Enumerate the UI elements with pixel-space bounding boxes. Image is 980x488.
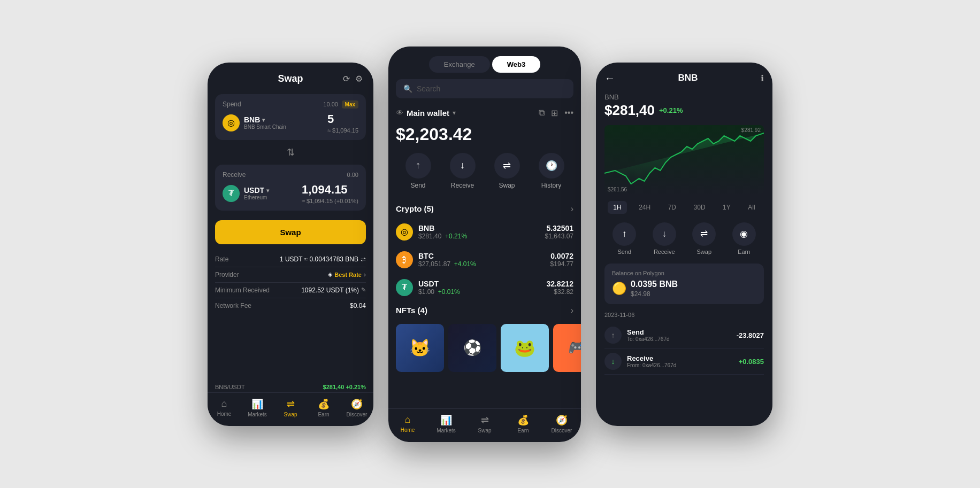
history-item-receive[interactable]: ↓ Receive From: 0xa426...767d +0.0835	[604, 348, 764, 375]
btc-crypto-icon: ₿	[396, 251, 413, 268]
nav-markets[interactable]: 📊 Markets	[241, 398, 274, 417]
spend-amount-hint: 10.00 Max	[323, 100, 358, 108]
detail-earn-label: Earn	[738, 249, 750, 255]
wallet-name-row: 👁 Main wallet ▾	[396, 109, 456, 118]
btc-name: BTC	[418, 252, 545, 260]
detail-action-earn[interactable]: ◉ Earn	[732, 222, 756, 255]
phone-wallet: Exchange Web3 🔍 Search 👁 Main wallet ▾ ⧉…	[388, 47, 581, 442]
balance-details: 0.0395 BNB $24.98	[631, 280, 678, 298]
wallet-actions: ↑ Send ↓ Receive ⇌ Swap 🕐 History	[388, 153, 581, 200]
chart-price-low: $261.56	[608, 187, 627, 192]
detail-action-swap[interactable]: ⇌ Swap	[692, 222, 716, 255]
info-rows: Rate 1 USDT ≈ 0.00434783 BNB ⇌ Provider …	[208, 250, 373, 315]
wallet-nav-home[interactable]: ⌂ Home	[388, 414, 427, 433]
history-label: History	[541, 182, 561, 189]
filter-24h[interactable]: 24H	[633, 201, 656, 214]
filter-all[interactable]: All	[742, 201, 760, 214]
nft-2[interactable]: ⚽	[448, 324, 496, 372]
nft-3[interactable]: 🐸	[501, 324, 549, 372]
balance-bnb: 0.0395 BNB	[631, 280, 678, 289]
spend-amount[interactable]: 5	[327, 112, 358, 126]
nav-swap[interactable]: ⇌ Swap	[274, 398, 307, 417]
max-badge[interactable]: Max	[342, 100, 358, 109]
wallet-nav-swap[interactable]: ⇌ Swap	[465, 414, 504, 433]
qr-icon[interactable]: ⊞	[551, 108, 558, 118]
crypto-section-title: Crypto (5)	[396, 204, 434, 213]
swap-icon-sm: ⇌	[361, 255, 366, 263]
history-send-type: Send	[627, 328, 731, 336]
spend-token-name[interactable]: BNB ▾	[244, 115, 286, 124]
filter-30d[interactable]: 30D	[688, 201, 711, 214]
detail-send-label: Send	[617, 249, 631, 255]
detail-price-row: $281,40 +0.21%	[604, 102, 764, 119]
crypto-item-usdt[interactable]: ₮ USDT $1.00 +0.01% 32.8212 $32.82	[388, 274, 581, 301]
search-bar[interactable]: 🔍 Search	[396, 79, 573, 98]
nav-home[interactable]: ⌂ Home	[208, 398, 241, 417]
swap-divider[interactable]: ⇅	[208, 146, 373, 158]
action-receive[interactable]: ↓ Receive	[450, 153, 476, 189]
info-icon[interactable]: ℹ	[761, 73, 764, 83]
spend-token-name-block: BNB ▾ BNB Smart Chain	[244, 115, 286, 130]
usdt-price: $1.00 +0.01%	[418, 288, 541, 296]
history-send-info: Send To: 0xa426...767d	[627, 328, 731, 342]
tab-exchange[interactable]: Exchange	[429, 56, 490, 73]
swap-nav-icon: ⇌	[287, 398, 295, 410]
bnb-icon: ◎	[223, 114, 240, 131]
nft-4[interactable]: 🎮	[553, 324, 581, 372]
history-icon[interactable]: ⟳	[343, 74, 350, 84]
history-receive-icon: ↓	[604, 353, 622, 370]
phone-swap: Swap ⟳ ⚙ Spend 10.00 Max ◎ BNB	[208, 63, 373, 426]
receive-token-name[interactable]: USDT ▾	[244, 186, 269, 195]
bnb-crypto-icon: ◎	[396, 223, 413, 241]
action-send[interactable]: ↑ Send	[405, 153, 431, 189]
action-swap[interactable]: ⇌ Swap	[494, 153, 520, 189]
rate-value: 1 USDT ≈ 0.00434783 BNB ⇌	[280, 255, 366, 263]
action-history[interactable]: 🕐 History	[539, 153, 564, 189]
detail-change: +0.21%	[659, 106, 683, 114]
history-item-send[interactable]: ↑ Send To: 0xa426...767d -23.8027	[604, 322, 764, 348]
bnb-info: BNB $281.40 +0.21%	[418, 224, 540, 240]
provider-value[interactable]: ◈ Best Rate ›	[328, 271, 366, 278]
filter-7d[interactable]: 7D	[663, 201, 682, 214]
spend-token-info: ◎ BNB ▾ BNB Smart Chain	[223, 114, 286, 131]
back-button[interactable]: ←	[604, 72, 615, 84]
wallet-discover-icon: 🧭	[556, 414, 568, 426]
eye-icon[interactable]: 👁	[396, 109, 403, 117]
top-tabs: Exchange Web3	[388, 47, 581, 79]
crypto-section-arrow[interactable]: ›	[571, 204, 573, 214]
settings-icon[interactable]: ⚙	[355, 74, 363, 84]
detail-earn-circle: ◉	[732, 222, 756, 246]
filter-1y[interactable]: 1Y	[717, 201, 736, 214]
swap-button[interactable]: Swap	[215, 220, 366, 244]
nav-discover[interactable]: 🧭 Discover	[340, 398, 373, 417]
history-receive-info: Receive From: 0xa426...767d	[627, 354, 733, 368]
receive-token-name-block: USDT ▾ Ethereum	[244, 186, 269, 200]
time-filters: 1H 24H 7D 30D 1Y All	[596, 195, 772, 218]
detail-receive-label: Receive	[654, 249, 675, 255]
nav-earn[interactable]: 💰 Earn	[307, 398, 340, 417]
copy-icon[interactable]: ⧉	[539, 108, 545, 118]
wallet-nav-markets[interactable]: 📊 Markets	[427, 414, 465, 433]
search-placeholder: Search	[417, 84, 440, 93]
search-icon: 🔍	[403, 84, 412, 93]
nav-markets-label: Markets	[248, 412, 267, 417]
crypto-item-bnb[interactable]: ◎ BNB $281.40 +0.21% 5.32501 $1,643.07	[388, 218, 581, 246]
detail-swap-circle: ⇌	[692, 222, 716, 246]
edit-icon[interactable]: ✎	[361, 286, 366, 293]
min-received-row: Minimum Received 1092.52 USDT (1%) ✎	[215, 283, 366, 298]
detail-action-receive[interactable]: ↓ Receive	[653, 222, 676, 255]
wallet-nav-discover[interactable]: 🧭 Discover	[542, 414, 581, 433]
tab-web3[interactable]: Web3	[492, 56, 540, 73]
wallet-nav-earn[interactable]: 💰 Earn	[504, 414, 542, 433]
swap-bottom-nav: ⌂ Home 📊 Markets ⇌ Swap 💰 Earn 🧭 Discove…	[208, 392, 373, 426]
wallet-chevron-icon[interactable]: ▾	[453, 109, 456, 117]
price-chart	[604, 125, 764, 195]
nft-1[interactable]: 🐱	[396, 324, 444, 372]
crypto-item-btc[interactable]: ₿ BTC $27,051.87 +4.01% 0.0072 $194.77	[388, 246, 581, 274]
nft-section-arrow[interactable]: ›	[571, 306, 573, 315]
history-section: 2023-11-06 ↑ Send To: 0xa426...767d -23.…	[596, 309, 772, 375]
more-icon[interactable]: •••	[564, 108, 573, 118]
receive-amount[interactable]: 1,094.15	[302, 183, 358, 197]
detail-action-send[interactable]: ↑ Send	[612, 222, 636, 255]
filter-1h[interactable]: 1H	[608, 201, 626, 214]
